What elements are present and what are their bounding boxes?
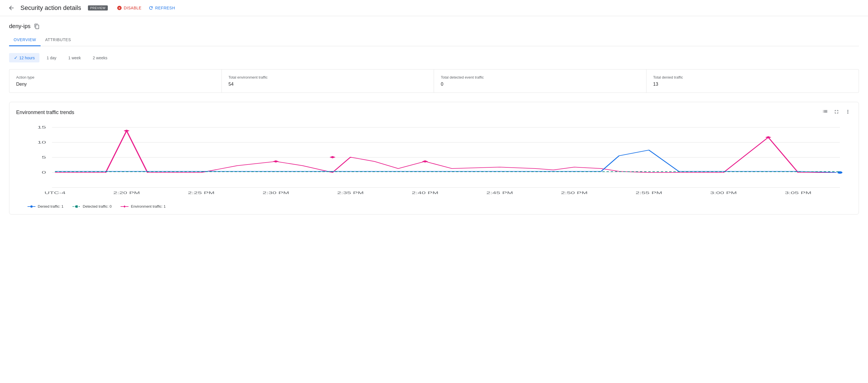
svg-text:2:45 PM: 2:45 PM: [486, 191, 513, 195]
fullscreen-icon: [834, 109, 839, 115]
stat-label-env-traffic: Total environment traffic: [229, 75, 427, 80]
refresh-button[interactable]: REFRESH: [148, 5, 175, 10]
chart-legend-toggle-button[interactable]: [821, 108, 829, 117]
stat-label-action-type: Action type: [16, 75, 215, 80]
preview-badge: PREVIEW: [88, 5, 108, 10]
stat-denied-traffic: Total denied traffic 13: [647, 69, 859, 92]
page-title: Security action details: [21, 4, 81, 12]
page-header: Security action details PREVIEW DISABLE …: [0, 0, 868, 16]
back-button[interactable]: [7, 3, 16, 12]
svg-marker-24: [765, 136, 771, 139]
chart-title: Environment traffic trends: [16, 110, 74, 115]
stat-value-env-traffic: 54: [229, 82, 427, 87]
legend-denied-icon: [28, 205, 35, 208]
svg-rect-29: [75, 205, 78, 208]
svg-marker-31: [123, 205, 126, 208]
chart-fullscreen-button[interactable]: [833, 108, 840, 117]
chart-container: 15 10 5 0 UTC-4 2:20 PM 2:25 PM 2:30 PM …: [16, 122, 852, 202]
svg-marker-22: [330, 156, 336, 158]
svg-text:2:40 PM: 2:40 PM: [411, 191, 438, 195]
svg-text:5: 5: [42, 155, 46, 159]
legend-detected-label: Detected traffic: 0: [83, 204, 112, 208]
svg-marker-20: [124, 130, 130, 132]
stat-detected-traffic: Total detected event traffic 0: [434, 69, 647, 92]
stats-grid: Action type Deny Total environment traff…: [9, 69, 859, 93]
svg-text:2:50 PM: 2:50 PM: [561, 191, 588, 195]
resource-name: deny-ips: [9, 23, 31, 30]
chart-actions: [821, 108, 852, 117]
legend-detected-icon: [73, 205, 81, 208]
svg-point-27: [30, 205, 33, 208]
chart-header: Environment traffic trends: [16, 108, 852, 117]
time-filter-1d[interactable]: 1 day: [42, 54, 61, 62]
svg-marker-21: [273, 160, 279, 163]
chart-more-options-button[interactable]: [844, 108, 852, 117]
svg-text:10: 10: [37, 140, 46, 144]
copy-button[interactable]: [34, 24, 40, 29]
svg-text:0: 0: [42, 170, 46, 175]
legend-environment-icon: [121, 205, 128, 208]
header-actions: DISABLE REFRESH: [117, 5, 175, 10]
time-filter-1w[interactable]: 1 week: [64, 54, 86, 62]
legend-icon: [822, 109, 828, 115]
disable-icon: [117, 5, 122, 10]
tab-overview[interactable]: OVERVIEW: [9, 34, 40, 46]
stat-action-type: Action type Deny: [9, 69, 222, 92]
stat-label-denied-traffic: Total denied traffic: [653, 75, 852, 80]
stat-env-traffic: Total environment traffic 54: [222, 69, 434, 92]
more-options-icon: [845, 109, 851, 115]
check-icon: ✓: [14, 55, 18, 60]
time-filter-bar: ✓ 12 hours 1 day 1 week 2 weeks: [9, 53, 859, 62]
legend-item-environment: Environment traffic: 1: [121, 204, 166, 208]
chart-legend: Denied traffic: 1 Detected traffic: 0 En…: [16, 204, 852, 208]
disable-button[interactable]: DISABLE: [117, 5, 142, 10]
back-icon: [8, 4, 15, 11]
stat-value-action-type: Deny: [16, 82, 215, 87]
svg-text:2:55 PM: 2:55 PM: [636, 191, 662, 195]
stat-value-denied-traffic: 13: [653, 82, 852, 87]
svg-text:2:25 PM: 2:25 PM: [188, 191, 214, 195]
stat-value-detected-traffic: 0: [441, 82, 639, 87]
svg-text:2:30 PM: 2:30 PM: [262, 191, 289, 195]
svg-text:UTC-4: UTC-4: [44, 191, 65, 195]
traffic-chart: 15 10 5 0 UTC-4 2:20 PM 2:25 PM 2:30 PM …: [16, 122, 852, 201]
svg-text:2:20 PM: 2:20 PM: [113, 191, 140, 195]
time-filter-2w[interactable]: 2 weeks: [88, 54, 112, 62]
legend-item-denied: Denied traffic: 1: [28, 204, 64, 208]
svg-text:15: 15: [37, 125, 46, 129]
stat-label-detected-traffic: Total detected event traffic: [441, 75, 639, 80]
main-content: deny-ips OVERVIEW ATTRIBUTES ✓ 12 hours …: [0, 16, 868, 221]
legend-environment-label: Environment traffic: 1: [131, 204, 166, 208]
copy-icon: [34, 24, 40, 29]
svg-text:3:05 PM: 3:05 PM: [785, 191, 811, 195]
time-filter-12h[interactable]: ✓ 12 hours: [9, 53, 39, 62]
svg-text:3:00 PM: 3:00 PM: [710, 191, 737, 195]
resource-name-row: deny-ips: [9, 23, 859, 30]
tab-bar: OVERVIEW ATTRIBUTES: [9, 34, 859, 46]
refresh-icon: [148, 5, 153, 10]
legend-item-detected: Detected traffic: 0: [73, 204, 112, 208]
legend-denied-label: Denied traffic: 1: [38, 204, 64, 208]
tab-attributes[interactable]: ATTRIBUTES: [40, 34, 75, 46]
chart-section: Environment traffic trends: [9, 102, 859, 214]
svg-text:2:35 PM: 2:35 PM: [337, 191, 364, 195]
